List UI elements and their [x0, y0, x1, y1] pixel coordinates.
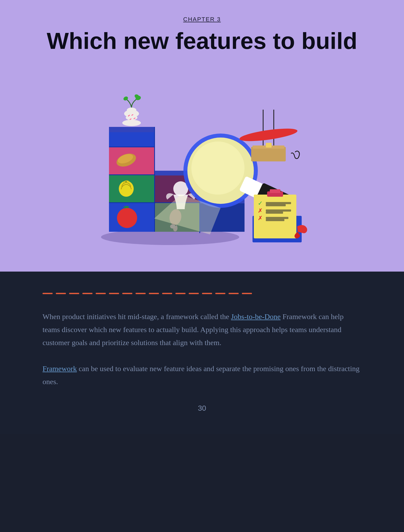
dash: [122, 293, 132, 294]
dash: [69, 293, 79, 294]
dash: [215, 293, 225, 294]
svg-rect-70: [266, 217, 288, 219]
svg-rect-21: [109, 174, 154, 175]
dash: [202, 293, 212, 294]
svg-rect-68: [266, 209, 291, 212]
dashes-row: [43, 293, 361, 294]
illustration-container: ✦: [82, 65, 322, 250]
svg-rect-3: [109, 131, 154, 148]
chapter-title: Which new features to build: [47, 28, 357, 54]
svg-rect-66: [266, 202, 291, 204]
dash: [149, 293, 159, 294]
svg-marker-39: [109, 127, 154, 132]
svg-rect-71: [266, 219, 284, 221]
dash: [189, 293, 199, 294]
dash: [82, 293, 92, 294]
dash: [229, 293, 239, 294]
body-text: When product initiatives hit mid-stage, …: [43, 310, 361, 388]
svg-text:✗: ✗: [258, 215, 263, 221]
svg-rect-55: [251, 147, 286, 161]
svg-text:✦: ✦: [125, 180, 127, 183]
page-number: 30: [43, 404, 361, 413]
svg-rect-17: [109, 147, 154, 147]
svg-rect-69: [266, 212, 283, 214]
dash: [56, 293, 66, 294]
svg-rect-44: [154, 127, 155, 232]
dash: [43, 293, 53, 294]
dash: [175, 293, 186, 294]
jobs-to-be-done-link[interactable]: Jobs-to-be-Done: [231, 312, 281, 321]
bottom-section: When product initiatives hit mid-stage, …: [0, 272, 404, 434]
dash: [109, 293, 119, 294]
svg-rect-62: [270, 189, 280, 193]
dash: [96, 293, 106, 294]
svg-rect-25: [109, 202, 154, 203]
svg-point-58: [239, 126, 298, 144]
chapter-label: CHAPTER 3: [183, 16, 221, 23]
dash: [242, 293, 252, 294]
svg-point-26: [117, 208, 137, 228]
svg-point-5: [122, 120, 141, 126]
svg-text:✗: ✗: [258, 207, 263, 214]
svg-text:✓: ✓: [258, 200, 263, 207]
dash: [136, 293, 146, 294]
framework-link[interactable]: Framework: [43, 364, 77, 373]
body-text-between: Framework can help teams discover which …: [43, 312, 344, 347]
svg-point-8: [127, 108, 136, 113]
top-section: CHAPTER 3 Which new features to build: [0, 0, 404, 272]
svg-point-49: [191, 141, 245, 195]
body-text-after: can be used to evaluate new feature idea…: [43, 364, 360, 386]
svg-rect-67: [266, 204, 286, 206]
svg-rect-57: [266, 143, 272, 148]
dash: [162, 293, 172, 294]
